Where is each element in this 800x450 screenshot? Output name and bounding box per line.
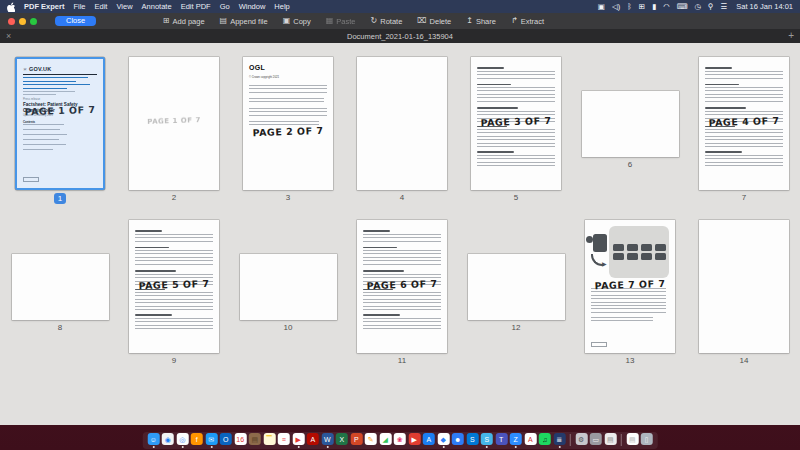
photos-dock-item[interactable]: ❀ <box>393 433 406 448</box>
document-title[interactable]: Document_2021-01-16_135904 <box>0 32 800 41</box>
page-thumbnail[interactable]: PAGE 6 OF 7 <box>357 220 447 353</box>
documents-stack-dock-item[interactable]: ▤ <box>626 433 639 448</box>
journal-app-dock-item[interactable]: ▤ <box>248 433 261 448</box>
finder-dock-item[interactable]: ☺ <box>147 433 160 448</box>
window-close-button[interactable] <box>8 18 15 25</box>
keyboard-input-icon[interactable]: ⌨ <box>677 2 688 11</box>
menu-item-go[interactable]: Go <box>220 2 230 11</box>
firefox-dock-item[interactable]: f <box>190 433 203 448</box>
calendar-icon: 16 <box>234 433 246 445</box>
page-thumbnail[interactable] <box>699 220 789 353</box>
page-thumbnail[interactable]: OGL© Crown copyright 2021PAGE 2 OF 7 <box>243 57 333 190</box>
menu-bar-clock[interactable]: Sat 16 Jan 14:01 <box>736 2 793 11</box>
maps-dock-item[interactable]: ◢ <box>379 433 392 448</box>
skype-dock-item[interactable]: S <box>480 433 493 448</box>
heading-line <box>363 230 390 232</box>
menu-item-file[interactable]: File <box>73 2 85 11</box>
excel-dock-item[interactable]: X <box>335 433 348 448</box>
share-button[interactable]: ↥Share <box>466 17 496 26</box>
page-thumbnail[interactable]: ▶PAGE 7 OF 7 <box>585 220 675 353</box>
link-line <box>23 84 90 85</box>
mail-dock-item[interactable]: ✉ <box>205 433 218 448</box>
time-machine-icon[interactable]: ◷ <box>695 2 702 11</box>
outlook-dock-item[interactable]: O <box>219 433 232 448</box>
excel-icon: X <box>336 433 348 445</box>
window-minimize-button[interactable] <box>19 18 26 25</box>
share-icon: ↥ <box>466 17 473 25</box>
rotate-button[interactable]: ↻Rotate <box>371 17 403 26</box>
copy-button[interactable]: ▣Copy <box>283 17 311 26</box>
wifi-icon[interactable]: ◠ <box>663 2 670 11</box>
keynote-dock-item[interactable]: ▶ <box>408 433 421 448</box>
page-number-label: 12 <box>512 323 521 333</box>
delete-button[interactable]: ⌧Delete <box>417 17 451 26</box>
calendar-dock-item[interactable]: 16 <box>234 433 247 448</box>
govuk-logo: GOV.UK <box>29 66 51 72</box>
page-thumbnail[interactable] <box>240 254 337 320</box>
trash-dock-item[interactable]: ▯ <box>640 433 653 448</box>
flowchart-box <box>613 244 624 251</box>
display-app-dock-item[interactable]: ▭ <box>589 433 602 448</box>
safari-dock-item[interactable]: ◉ <box>161 433 174 448</box>
menu-item-annotate[interactable]: Annotate <box>142 2 172 11</box>
pdf-expert-dock-item[interactable]: ◆ <box>437 433 450 448</box>
page-thumbnail[interactable] <box>582 91 679 157</box>
page-thumbnail[interactable]: PAGE 1 OF 7 <box>129 57 219 190</box>
window-zoom-button[interactable] <box>30 18 37 25</box>
spotify-dock-item[interactable]: ♫ <box>538 433 551 448</box>
notes-dock-item[interactable]: ▔ <box>263 433 276 448</box>
word-dock-item[interactable]: W <box>321 433 334 448</box>
chrome-dock-item[interactable]: ◎ <box>176 433 189 448</box>
red-a-app-dock-item[interactable]: A <box>524 433 537 448</box>
pages-dock-item[interactable]: ✎ <box>364 433 377 448</box>
skype-business-dock-item[interactable]: S <box>466 433 479 448</box>
page-thumbnail[interactable]: PAGE 4 OF 7 <box>699 57 789 190</box>
mail-icon: ✉ <box>205 433 217 445</box>
page-thumbnail[interactable] <box>12 254 109 320</box>
screen-mirroring-icon[interactable]: ⊞ <box>639 2 645 11</box>
copy-icon: ▣ <box>283 17 291 25</box>
page-number-label: 1 <box>54 193 66 204</box>
display-icon[interactable]: ▣ <box>598 2 605 11</box>
media-play-app-dock-item[interactable]: ▶ <box>292 433 305 448</box>
page-thumbnail[interactable] <box>468 254 565 320</box>
navy-docs-dock-item[interactable]: ≣ <box>553 433 566 448</box>
menu-item-window[interactable]: Window <box>239 2 266 11</box>
factsheet-title: Factsheet: Patient Safety Commissioner <box>23 102 97 113</box>
spotlight-icon[interactable]: ⚲ <box>708 2 714 11</box>
page-thumbnail[interactable] <box>357 57 447 190</box>
page-thumbnail[interactable]: PAGE 3 OF 7 <box>471 57 561 190</box>
media-play-app-icon: ▶ <box>292 433 304 445</box>
zoom-dock-item[interactable]: Z <box>509 433 522 448</box>
menu-item-view[interactable]: View <box>116 2 132 11</box>
reminders-dock-item[interactable]: ≡ <box>277 433 290 448</box>
active-app-name[interactable]: PDF Expert <box>24 2 64 11</box>
system-preferences-dock-item[interactable]: ⚙ <box>575 433 588 448</box>
append-file-button[interactable]: ▤Append file <box>220 17 268 26</box>
acrobat-dock-item[interactable]: A <box>306 433 319 448</box>
text-lines <box>249 98 324 105</box>
menu-item-help[interactable]: Help <box>274 2 289 11</box>
powerpoint-dock-item[interactable]: P <box>350 433 363 448</box>
close-thumbnails-button[interactable]: Close <box>55 16 96 27</box>
apple-menu-icon[interactable] <box>7 2 15 12</box>
contacts-dock-item[interactable]: ☻ <box>451 433 464 448</box>
bluetooth-icon[interactable]: ᛒ <box>627 2 632 11</box>
text-lines <box>23 149 53 151</box>
battery-icon[interactable]: ▮ <box>652 2 656 11</box>
page-thumbnail[interactable]: ♕GOV.UKPress releaseFactsheet: Patient S… <box>15 57 105 190</box>
app-store-dock-item[interactable]: A <box>422 433 435 448</box>
link-line <box>23 88 67 89</box>
volume-icon[interactable]: ◁) <box>612 2 620 11</box>
press-release-label: Press release <box>23 97 97 101</box>
control-center-icon[interactable]: ☰ <box>721 2 728 11</box>
gray-document-dock-item[interactable]: ▤ <box>604 433 617 448</box>
page-thumbnail[interactable]: PAGE 5 OF 7 <box>129 220 219 353</box>
teams-dock-item[interactable]: T <box>495 433 508 448</box>
dock: ☺◉◎f✉O16▤▔≡▶AWXP✎◢❀▶A◆☻SSTZA♫≣⚙▭▤▤▯ <box>143 432 658 449</box>
toolbar-button-label: Paste <box>336 17 355 26</box>
add-page-button[interactable]: ⊞Add page <box>163 17 205 26</box>
menu-item-edit[interactable]: Edit <box>95 2 108 11</box>
extract-button[interactable]: ↱Extract <box>511 17 544 26</box>
menu-item-edit-pdf[interactable]: Edit PDF <box>181 2 211 11</box>
